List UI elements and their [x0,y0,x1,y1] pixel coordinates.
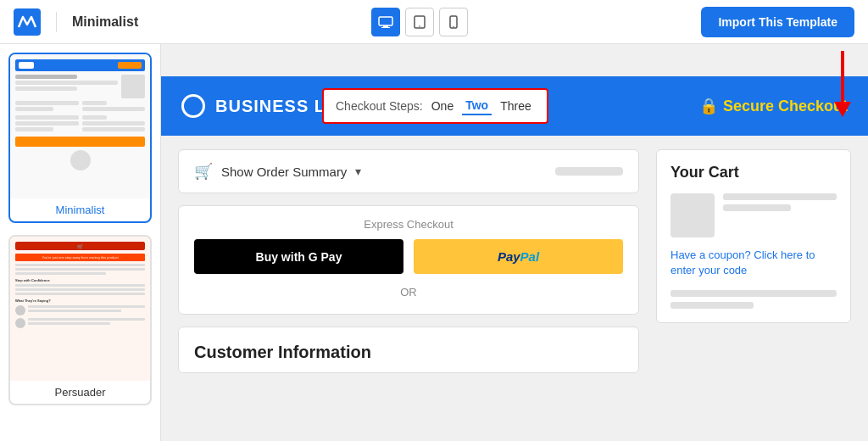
app-logo-icon [14,8,41,36]
device-switcher [371,8,468,36]
minimalist-thumb [10,54,150,198]
your-cart-section: Your Cart Have a coupon? Click here to e… [656,149,851,323]
arrow-head [834,102,851,117]
your-cart-title: Your Cart [670,164,837,181]
minimalist-template-name: Minimalist [10,198,150,221]
google-pay-button[interactable]: Buy with G Pay [194,239,403,274]
persuader-template-name: Persuader [10,381,150,404]
vertical-divider [56,12,57,32]
svg-rect-2 [383,25,388,27]
checkout-step-two[interactable]: Two [462,97,492,115]
express-checkout-buttons: Buy with G Pay PayPal [194,239,623,274]
cart-total-line-2 [670,302,754,309]
top-bar: Minimalist Import This Template [0,0,868,44]
svg-point-7 [453,25,454,26]
order-summary-label: Show Order Summary [221,165,347,179]
arrow-line [841,51,844,102]
paypal-button[interactable]: PayPal [414,239,623,274]
svg-rect-1 [379,17,392,25]
import-template-button[interactable]: Import This Template [701,7,854,37]
mobile-device-btn[interactable] [439,8,468,36]
cart-item-name-line [723,193,837,200]
svg-rect-0 [14,8,41,36]
secure-checkout-text: 🔒 Secure Checkout [699,97,848,115]
secure-checkout-label: Secure Checkout [723,98,848,115]
svg-point-5 [420,25,421,27]
checkout-main: 🛒 Show Order Summary ▾ Express Checkout … [161,136,868,387]
coupon-link[interactable]: Have a coupon? Click here to enter your … [670,248,837,278]
cart-icon: 🛒 [194,162,213,181]
cart-item-image [670,193,715,237]
checkout-steps-label: Checkout Steps: [336,99,423,113]
express-checkout-label: Express Checkout [194,218,623,231]
top-bar-left: Minimalist [14,8,138,36]
content-area: Checkout Steps: One Two Three BUSINESS L… [161,44,868,441]
logo-circle [181,94,205,118]
checkout-steps-bar: Checkout Steps: One Two Three [322,88,548,124]
or-divider: OR [194,282,623,302]
order-summary-row[interactable]: 🛒 Show Order Summary ▾ [178,149,639,193]
svg-rect-3 [381,27,390,28]
lock-icon: 🔒 [699,97,718,115]
import-arrow-annotation [834,51,851,117]
template-card-persuader[interactable]: 🛒 You're just one step away from owning … [8,235,152,405]
desktop-device-btn[interactable] [371,8,400,36]
tablet-device-btn[interactable] [405,8,434,36]
cart-item-row [670,193,837,237]
main-layout: Minimalist 🛒 You're just one step away f… [0,44,868,441]
left-sidebar: Minimalist 🛒 You're just one step away f… [0,44,161,441]
checkout-step-three[interactable]: Three [497,98,535,114]
brand-name: Minimalist [72,14,138,30]
cart-item-price-line [723,204,791,211]
paypal-label: PayPal [498,249,539,264]
cart-total-line-1 [670,290,837,297]
checkout-left: 🛒 Show Order Summary ▾ Express Checkout … [178,149,639,373]
express-checkout-section: Express Checkout Buy with G Pay PayPal O… [178,205,639,315]
customer-info-section: Customer Information [178,327,639,373]
persuader-thumb: 🛒 You're just one step away from owning … [10,237,150,381]
order-summary-price-placeholder [555,167,623,176]
customer-info-title: Customer Information [194,343,623,362]
cart-item-details [723,193,837,237]
template-card-minimalist[interactable]: Minimalist [8,53,152,223]
gpay-label: Buy with G Pay [256,250,342,264]
order-summary-left: 🛒 Show Order Summary ▾ [194,162,361,181]
checkout-right: Your Cart Have a coupon? Click here to e… [656,149,851,373]
checkout-step-one[interactable]: One [428,98,457,114]
chevron-down-icon: ▾ [355,165,361,178]
